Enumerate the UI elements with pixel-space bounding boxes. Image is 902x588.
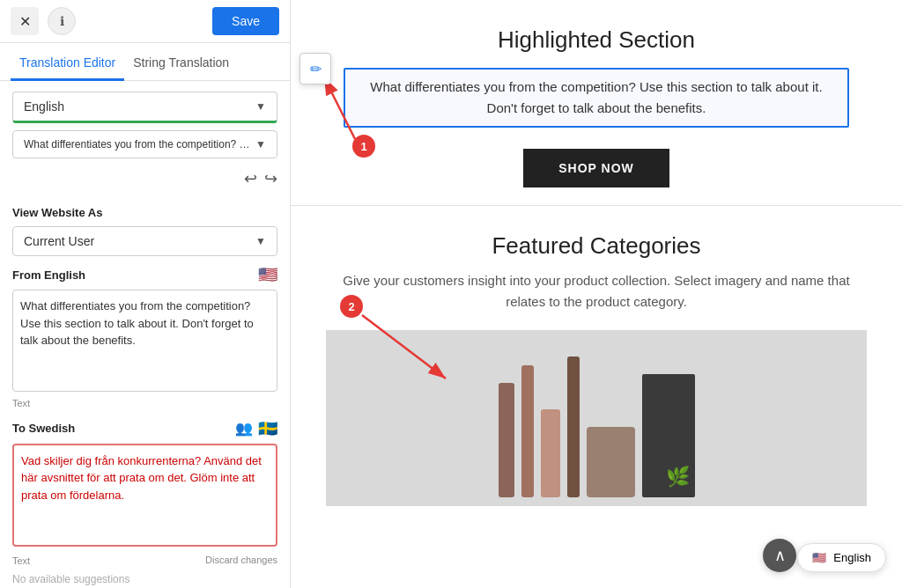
save-button[interactable]: Save (212, 7, 279, 35)
featured-desc: Give your customers insight into your pr… (326, 270, 867, 312)
scroll-top-button[interactable]: ∧ (763, 539, 796, 572)
to-swedish-textarea[interactable]: Vad skiljer dig från konkurrenterna? Anv… (12, 444, 277, 548)
to-swedish-label: To Swedish (12, 422, 75, 435)
highlighted-section: Highlighted Section What differentiates … (291, 0, 902, 206)
english-language-badge[interactable]: 🇺🇸 English (797, 543, 886, 572)
close-button[interactable]: ✕ (11, 7, 39, 35)
from-english-label: From English (12, 268, 85, 282)
to-swedish-header: To Swedish 👥 🇸🇪 (12, 419, 277, 438)
english-flag: 🇺🇸 (258, 265, 277, 284)
left-panel: ✕ ℹ Save Translation Editor String Trans… (0, 0, 291, 588)
redo-button[interactable]: ↪ (264, 169, 277, 188)
to-swedish-type: Text (12, 555, 30, 566)
tabs-bar: Translation Editor String Translation (0, 43, 290, 81)
view-as-arrow: ▼ (255, 235, 266, 247)
string-dropdown-arrow: ▼ (255, 138, 266, 151)
tab-translation-editor[interactable]: Translation Editor (11, 43, 124, 81)
to-swedish-section: To Swedish 👥 🇸🇪 Vad skiljer dig från kon… (12, 419, 277, 567)
tab-string-translation[interactable]: String Translation (124, 43, 238, 81)
from-english-textarea: What differentiates you from the competi… (12, 290, 277, 392)
panel-body: English ▼ What differentiates you from t… (0, 81, 290, 588)
info-button[interactable]: ℹ (48, 7, 76, 35)
highlighted-text: What differentiates you from the competi… (344, 68, 849, 128)
view-website-as-section: View Website As Current User ▼ (12, 206, 277, 256)
featured-title: Featured Categories (326, 232, 867, 260)
swedish-flag: 🇸🇪 (258, 419, 277, 438)
top-bar: ✕ ℹ Save (0, 0, 290, 43)
undo-redo-bar: ↩ ↪ (12, 165, 277, 197)
undo-button[interactable]: ↩ (244, 169, 257, 188)
string-dropdown[interactable]: What differentiates you from the competi… (12, 130, 277, 158)
from-english-type: Text (12, 398, 277, 408)
from-english-header: From English 🇺🇸 (12, 265, 277, 284)
featured-section: Featured Categories Give your customers … (291, 206, 902, 533)
from-english-section: From English 🇺🇸 What differentiates you … (12, 265, 277, 408)
no-suggestions-label: No available suggestions (12, 573, 277, 585)
highlighted-title: Highlighted Section (344, 26, 849, 54)
view-as-label: View Website As (12, 206, 277, 219)
language-dropdown-arrow: ▼ (255, 100, 266, 113)
discard-changes-button[interactable]: Discard changes (205, 555, 277, 565)
view-as-dropdown[interactable]: Current User ▼ (12, 226, 277, 256)
english-badge-label: English (833, 551, 871, 564)
string-dropdown-value: What differentiates you from the competi… (24, 138, 253, 151)
products-image: 🌿 (326, 330, 867, 506)
english-badge-flag: 🇺🇸 (812, 551, 826, 564)
shop-now-button[interactable]: SHOP NOW (523, 149, 669, 187)
view-as-value: Current User (24, 234, 94, 248)
language-dropdown[interactable]: English ▼ (12, 92, 277, 123)
right-panel: ✏ Highlighted Section What differentiate… (291, 0, 902, 588)
add-people-icon: 👥 (235, 420, 253, 437)
pencil-edit-button[interactable]: ✏ (299, 53, 331, 85)
language-dropdown-value: English (24, 99, 64, 114)
pencil-overlay: ✏ (299, 53, 331, 85)
